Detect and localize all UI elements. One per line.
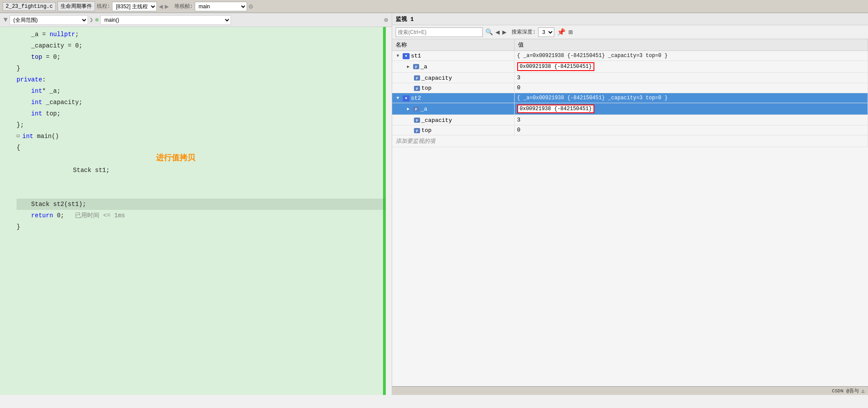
- event-label: 生命周期事件: [58, 1, 95, 11]
- row-value-cell: { _a=0x00921938 {-842150451} _capacity=3…: [514, 93, 868, 103]
- var-icon-st2: ●: [403, 95, 410, 101]
- watch-content: 名称 值 ▼ ● st1 { _a=0x0: [392, 39, 868, 386]
- add-watch-row[interactable]: 添加要监视的项: [392, 135, 868, 147]
- stack-settings-icon: ⚙: [249, 2, 253, 11]
- value-box-st2a: 0x00921938 {-842150451}: [517, 105, 595, 113]
- row-name-cell: ▶ p _a: [392, 61, 514, 73]
- var-name-st1a: _a: [420, 64, 427, 70]
- code-panel: ▼ (全局范围) ❯ ⊕ main() ⊕ _a = nullptr; _cap…: [0, 13, 392, 395]
- col-value-header: 值: [514, 39, 868, 51]
- nav-arrow-right: ▶: [165, 2, 169, 11]
- row-value-cell: 0x00921938 {-842150451}: [514, 103, 868, 115]
- depth-select[interactable]: 3: [538, 27, 554, 37]
- search-depth-label: 搜索深度:: [512, 28, 536, 36]
- row-name-cell: ▼ ● st2: [392, 93, 514, 103]
- code-line: _a = nullptr;: [17, 29, 392, 40]
- row-name-cell: p top: [392, 83, 514, 93]
- watch-toolbar: 🔍 ◀ ▶ 搜索深度: 3 📌 ⊞: [392, 25, 868, 39]
- status-bar: CSDN @吾与 △: [392, 386, 868, 395]
- var-name-st1: st1: [411, 53, 421, 59]
- scope-select[interactable]: (全局范围): [10, 15, 88, 25]
- search-icon[interactable]: 🔍: [485, 28, 493, 36]
- search-input[interactable]: [396, 27, 483, 37]
- code-header: ▼ (全局范围) ❯ ⊕ main() ⊕: [0, 13, 392, 27]
- code-collapse-icon[interactable]: ▼: [3, 16, 8, 24]
- watch-panel: 监视 1 🔍 ◀ ▶ 搜索深度: 3 📌 ⊞ 名称 值: [392, 13, 868, 395]
- row-value-cell: 0: [514, 83, 868, 93]
- search-nav-left[interactable]: ◀: [495, 28, 500, 37]
- expand-arrow-st1[interactable]: ▼: [397, 54, 403, 58]
- var-icon-st1a: p: [413, 64, 419, 69]
- top-bar: 2_23_fighting.c 生命周期事件 线程: [8352] 主线程 ◀ …: [0, 0, 868, 13]
- row-value-cell: 0x00921938 {-842150451}: [514, 61, 868, 73]
- code-line: int top;: [17, 108, 392, 119]
- var-name-st1top: top: [421, 85, 431, 91]
- row-name-cell: p _capacity: [392, 115, 514, 125]
- add-watch-label[interactable]: 添加要监视的项: [392, 135, 868, 147]
- thread-select[interactable]: [8352] 主线程: [112, 2, 157, 11]
- main-area: ▼ (全局范围) ❯ ⊕ main() ⊕ _a = nullptr; _cap…: [0, 13, 868, 395]
- table-row[interactable]: p top 0: [392, 125, 868, 135]
- code-line: _capacity = 0;: [17, 40, 392, 51]
- code-content: _a = nullptr; _capacity = 0; top = 0; } …: [0, 27, 392, 395]
- row-name-cell: ▶ p _a: [392, 103, 514, 115]
- stack-select[interactable]: main: [195, 2, 247, 11]
- code-line: }: [17, 63, 392, 74]
- var-name-st2a: _a: [420, 106, 427, 112]
- table-row[interactable]: p _capacity 3: [392, 115, 868, 125]
- function-icon: ⊕: [95, 16, 98, 24]
- table-row[interactable]: ▼ ● st2 { _a=0x00921938 {-842150451} _ca…: [392, 93, 868, 103]
- code-line: private:: [17, 74, 392, 85]
- row-name-cell: ▼ ● st1: [392, 51, 514, 61]
- value-box-st1a: 0x00921938 {-842150451}: [517, 62, 595, 71]
- expand-arrow-st2a[interactable]: ▶: [407, 106, 413, 111]
- row-value-cell: 3: [514, 73, 868, 83]
- row-value-cell: { _a=0x00921938 {-842150451} _capacity=3…: [514, 51, 868, 61]
- expand-arrow-st1a[interactable]: ▶: [407, 64, 413, 69]
- col-name-header: 名称: [392, 39, 514, 51]
- var-name-st2capacity: _capacity: [421, 117, 452, 124]
- table-row[interactable]: ▶ p _a 0x00921938 {-842150451}: [392, 61, 868, 73]
- row-value-cell: 0: [514, 125, 868, 135]
- code-line: int* _a;: [17, 85, 392, 97]
- nav-arrow-left: ◀: [159, 2, 163, 11]
- scope-arrow: ❯: [90, 16, 93, 24]
- code-line: {: [17, 142, 392, 153]
- var-name-st2top: top: [421, 127, 431, 134]
- row-name-cell: p _capacity: [392, 73, 514, 83]
- table-row[interactable]: ▼ ● st1 { _a=0x00921938 {-842150451} _ca…: [392, 51, 868, 61]
- code-line: }: [17, 221, 392, 233]
- table-row[interactable]: p _capacity 3: [392, 73, 868, 83]
- watch-table: 名称 值 ▼ ● st1 { _a=0x0: [392, 39, 868, 147]
- code-lines: _a = nullptr; _capacity = 0; top = 0; } …: [13, 27, 392, 395]
- row-value-cell: 3: [514, 115, 868, 125]
- annotation-text: 进行值拷贝: [156, 152, 195, 164]
- table-header-row: 名称 值: [392, 39, 868, 51]
- table-row[interactable]: p top 0: [392, 83, 868, 93]
- add-code-icon[interactable]: ⊕: [384, 16, 388, 24]
- code-line: };: [17, 119, 392, 131]
- status-text: CSDN @吾与 △: [832, 388, 865, 394]
- stack-label: 堆栈帧:: [174, 3, 193, 10]
- expand-arrow-st2[interactable]: ▼: [397, 96, 403, 101]
- vertical-scrollbar[interactable]: [386, 27, 392, 395]
- var-icon-st2capacity: p: [414, 118, 420, 123]
- var-icon-st1capacity: p: [414, 75, 420, 81]
- table-row[interactable]: ▶ p _a 0x00921938 {-842150451}: [392, 103, 868, 115]
- watch-title-bar: 监视 1: [392, 13, 868, 25]
- var-icon-st2top: p: [414, 128, 420, 133]
- var-icon-st1top: p: [414, 86, 420, 91]
- line-numbers: [0, 27, 13, 395]
- pin-icon[interactable]: 📌: [557, 28, 566, 37]
- watch-table-body: ▼ ● st1 { _a=0x00921938 {-842150451} _ca…: [392, 51, 868, 147]
- grid-icon[interactable]: ⊞: [568, 28, 573, 37]
- var-icon-st2a: p: [413, 106, 419, 111]
- var-name-st2: st2: [411, 95, 421, 101]
- code-line: return 0; 已用时间 <= 1ms: [17, 210, 392, 221]
- code-line: top = 0;: [17, 51, 392, 63]
- function-select[interactable]: main(): [100, 15, 231, 25]
- filename-label: 2_23_fighting.c: [3, 2, 56, 11]
- search-nav-right[interactable]: ▶: [502, 28, 507, 37]
- watch-title: 监视 1: [396, 15, 414, 23]
- green-indicator-bar: [383, 27, 386, 395]
